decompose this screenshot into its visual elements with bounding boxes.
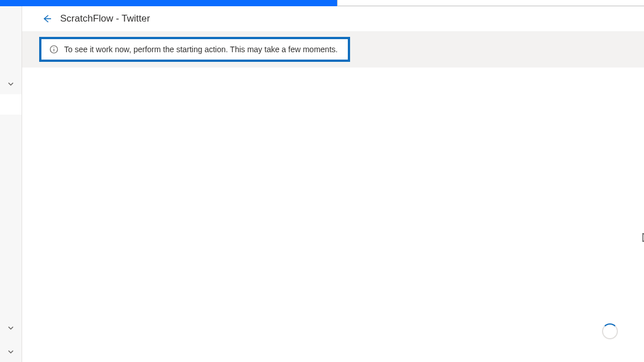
rail-item-1[interactable]	[0, 74, 22, 94]
loading-spinner	[602, 323, 618, 339]
rail-item-active[interactable]	[0, 94, 22, 115]
left-nav-rail	[0, 6, 22, 362]
info-banner-container: To see it work now, perform the starting…	[22, 31, 644, 68]
rail-item-3[interactable]	[0, 342, 22, 362]
rail-item-2[interactable]	[0, 318, 22, 338]
info-banner: To see it work now, perform the starting…	[39, 37, 350, 62]
info-message: To see it work now, perform the starting…	[64, 45, 338, 54]
info-icon	[49, 45, 58, 54]
chevron-down-icon	[7, 81, 14, 87]
chevron-down-icon	[7, 348, 14, 355]
back-button[interactable]	[41, 13, 53, 24]
page-title: ScratchFlow - Twitter	[60, 13, 150, 24]
arrow-left-icon	[41, 13, 53, 24]
top-app-bar	[0, 0, 644, 6]
chevron-down-icon	[7, 325, 14, 331]
svg-point-2	[53, 47, 54, 48]
main-content: ScratchFlow - Twitter To see it work now…	[22, 6, 644, 362]
top-bar-search-region[interactable]	[337, 0, 644, 6]
page-header: ScratchFlow - Twitter	[22, 6, 644, 31]
